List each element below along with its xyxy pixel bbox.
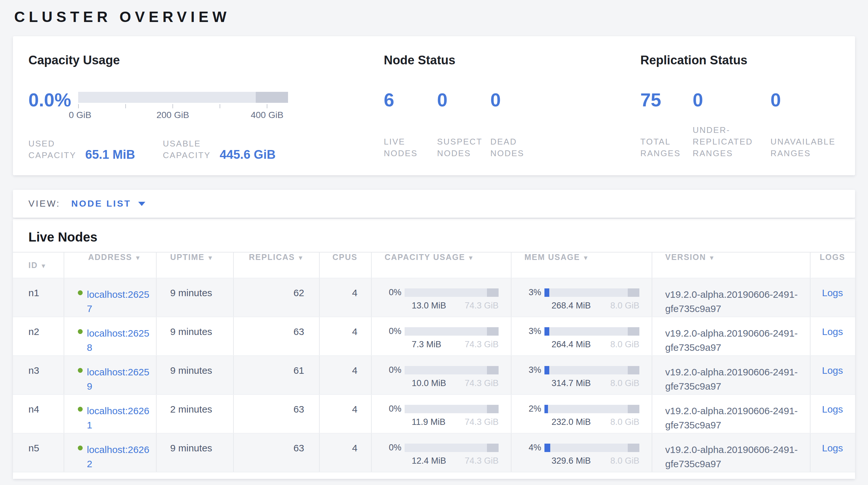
under-replicated-ranges-value: 0	[693, 90, 771, 109]
capacity-percent: 0%	[384, 365, 401, 375]
table-header-row: ID▼ ADDRESS▼ UPTIME▼ REPLICAS▼ CPUS▼ CAP…	[13, 252, 855, 278]
under-replicated-ranges-stat: 0 UNDER-REPLICATED RANGES	[693, 90, 771, 159]
capacity-usage-title: Capacity Usage	[28, 53, 366, 67]
axis-label-200: 200 GiB	[156, 110, 189, 120]
column-header-uptime[interactable]: UPTIME▼	[156, 253, 233, 278]
axis-label-0: 0 GiB	[69, 110, 91, 120]
node-id: n5	[28, 443, 39, 453]
capacity-used-value: 10.0 MiB	[412, 378, 446, 388]
live-status-dot-icon	[78, 290, 83, 295]
capacity-total-value: 74.3 GiB	[465, 456, 499, 466]
mem-bar-tail	[628, 366, 640, 374]
mem-percent: 3%	[524, 326, 541, 336]
capacity-bar-track	[78, 92, 288, 103]
view-label: VIEW:	[28, 199, 60, 209]
mem-used-value: 232.0 MiB	[552, 417, 591, 427]
mem-bar	[545, 366, 640, 374]
live-status-dot-icon	[78, 446, 83, 450]
node-version: v19.2.0-alpha.20190606-2491-gfe735c9a97	[665, 328, 798, 353]
sort-arrow-icon: ▼	[583, 254, 589, 261]
table-body: n1 localhost:26257 9 minutes 62 4 0% 13.…	[13, 278, 855, 472]
node-logs-link[interactable]: Logs	[822, 287, 843, 298]
capacity-percent: 0%	[384, 326, 401, 336]
total-ranges-stat: 75 TOTAL RANGES	[640, 90, 693, 159]
node-address-link[interactable]: localhost:26257	[87, 287, 150, 316]
node-replicas: 63	[293, 443, 304, 453]
node-replicas: 63	[293, 326, 304, 337]
sort-arrow-icon: ▼	[298, 254, 304, 261]
table-row: n3 localhost:26259 9 minutes 61 4 0% 10.…	[13, 355, 855, 394]
mem-total-value: 8.0 GiB	[610, 456, 640, 466]
node-version: v19.2.0-alpha.20190606-2491-gfe735c9a97	[665, 444, 798, 469]
replication-status-title: Replication Status	[640, 53, 855, 67]
node-mem-usage: 3% 268.4 MiB 8.0 GiB	[511, 278, 652, 317]
capacity-bar	[405, 288, 499, 297]
view-dropdown-selected[interactable]: NODE LIST	[71, 199, 131, 209]
view-dropdown[interactable]: NODE LIST	[71, 199, 145, 209]
node-replicas: 61	[293, 365, 304, 376]
column-header-replicas[interactable]: REPLICAS▼	[233, 253, 319, 278]
node-uptime: 9 minutes	[170, 443, 212, 453]
capacity-bar-tail	[487, 288, 499, 297]
page-title: CLUSTER OVERVIEW	[14, 8, 855, 25]
capacity-bar	[405, 366, 499, 374]
column-header-version[interactable]: VERSION▼	[652, 253, 810, 278]
node-address-link[interactable]: localhost:26259	[87, 365, 150, 394]
column-header-capacity-usage[interactable]: CAPACITY USAGE▼	[371, 253, 511, 278]
table-row-partial	[13, 472, 855, 479]
node-address-link[interactable]: localhost:26258	[87, 326, 150, 355]
node-id: n4	[28, 404, 39, 415]
dead-nodes-value: 0	[490, 90, 544, 109]
capacity-percent: 0%	[384, 287, 401, 297]
mem-used-value: 268.4 MiB	[552, 301, 591, 311]
mem-bar-fill	[545, 444, 550, 452]
column-header-logs: LOGS▼	[810, 253, 855, 278]
capacity-total-value: 74.3 GiB	[465, 417, 499, 427]
node-id: n1	[28, 287, 39, 298]
mem-used-value: 314.7 MiB	[552, 378, 591, 388]
node-cpus: 4	[352, 443, 358, 453]
mem-bar	[545, 327, 640, 336]
usable-capacity-stat: USABLE CAPACITY 445.6 GiB	[163, 138, 275, 161]
capacity-total-value: 74.3 GiB	[465, 378, 499, 388]
live-status-dot-icon	[78, 407, 83, 411]
node-status-title: Node Status	[383, 53, 624, 67]
usable-capacity-label: USABLE CAPACITY	[163, 138, 214, 161]
capacity-total-value: 74.3 GiB	[465, 340, 499, 349]
view-selector-bar: VIEW: NODE LIST	[13, 190, 855, 218]
mem-percent: 3%	[524, 365, 541, 375]
node-cpus: 4	[352, 287, 358, 298]
node-capacity-usage: 0% 10.0 MiB 74.3 GiB	[371, 356, 511, 394]
node-version: v19.2.0-alpha.20190606-2491-gfe735c9a97	[665, 289, 798, 314]
usable-capacity-value: 445.6 GiB	[220, 148, 275, 161]
node-uptime: 9 minutes	[170, 365, 212, 376]
capacity-usage-panel: Capacity Usage 0.0%	[13, 36, 366, 175]
mem-total-value: 8.0 GiB	[610, 301, 640, 311]
mem-bar-fill	[545, 288, 549, 297]
column-header-mem-usage[interactable]: MEM USAGE▼	[511, 253, 652, 278]
node-logs-link[interactable]: Logs	[822, 365, 843, 376]
node-logs-link[interactable]: Logs	[822, 404, 843, 415]
sort-arrow-icon: ▼	[207, 254, 214, 261]
node-address-link[interactable]: localhost:26262	[87, 443, 150, 471]
dead-nodes-stat: 0 DEAD NODES	[490, 90, 544, 159]
used-capacity-label: USED CAPACITY	[28, 138, 80, 161]
live-nodes-label: LIVE NODES	[383, 136, 437, 159]
mem-used-value: 264.4 MiB	[552, 340, 591, 349]
node-version: v19.2.0-alpha.20190606-2491-gfe735c9a97	[665, 367, 798, 392]
sort-arrow-icon: ▼	[40, 262, 47, 269]
capacity-used-percent: 0.0%	[28, 90, 71, 120]
table-row: n2 localhost:26258 9 minutes 63 4 0% 7.3…	[13, 317, 855, 355]
column-header-cpus: CPUS▼	[319, 253, 371, 278]
sort-arrow-icon: ▼	[135, 254, 142, 261]
node-address-link[interactable]: localhost:26261	[87, 404, 150, 432]
node-logs-link[interactable]: Logs	[822, 443, 843, 453]
column-header-address[interactable]: ADDRESS▼	[64, 253, 156, 278]
column-header-id[interactable]: ID▼	[13, 261, 64, 270]
mem-bar-tail	[628, 288, 640, 297]
node-cpus: 4	[352, 404, 358, 415]
table-row: n4 localhost:26261 2 minutes 63 4 0% 11.…	[13, 394, 855, 433]
node-logs-link[interactable]: Logs	[822, 326, 843, 337]
capacity-used-value: 7.3 MiB	[412, 340, 441, 349]
under-replicated-ranges-label: UNDER-REPLICATED RANGES	[693, 124, 771, 159]
